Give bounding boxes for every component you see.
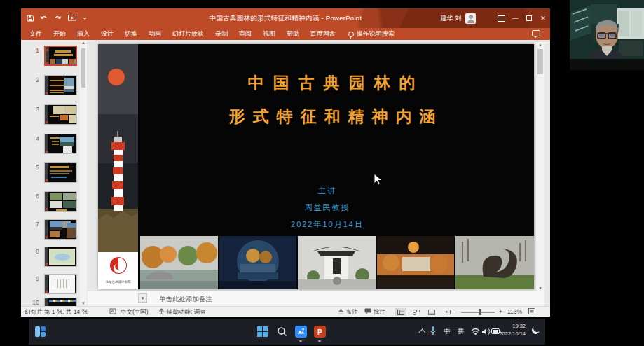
close-button[interactable]: ✕ [536,8,550,28]
thumbnail-slide-4[interactable]: 4 [21,134,88,155]
tab-help[interactable]: 帮助 [281,28,305,40]
comments-toggle-button[interactable]: 批注 [374,308,385,317]
accessibility-icon[interactable] [158,308,165,316]
photo-autumn-garden [140,236,218,289]
thumbnail-slide-6[interactable]: 6 [21,191,88,212]
search-icon[interactable] [274,324,289,339]
scroll-down-icon[interactable]: ▼ [536,286,544,289]
clock[interactable]: 19:32 2022/10/14 [499,323,526,338]
thumbnail-slide-7[interactable]: 7 [21,219,88,240]
normal-view-button[interactable] [395,308,406,316]
reading-view-button[interactable] [426,308,437,316]
comments-icon[interactable] [532,30,540,36]
school-logo-text: 北海艺术设计学院 [100,279,136,283]
ime-pinyin-indicator[interactable]: 拼 [453,324,469,339]
slide-title-line2[interactable]: 形式特征和精神内涵 [138,106,534,127]
spellcheck-icon[interactable] [109,308,116,316]
comments-toggle-icon [364,308,371,315]
start-button[interactable] [254,324,270,339]
thumbnail-slide-9[interactable]: 9 [21,274,88,295]
powerpoint-window: 中国古典园林的形式特征和精神内涵 - PowerPoint 建华 刘 — ✕ 文… [21,8,550,317]
zoom-slider-track[interactable] [461,312,495,313]
tab-insert[interactable]: 插入 [71,28,95,40]
maximize-button[interactable] [522,8,536,28]
zoom-slider-thumb[interactable] [479,309,481,315]
thumbnail-slide-8[interactable]: 8 [21,247,88,268]
slide-counter[interactable]: 幻灯片 第 1 张, 共 14 张 [25,308,88,317]
tab-animations[interactable]: 动画 [143,28,167,40]
mouse-cursor [374,173,383,189]
notes-toggle-icon [338,308,344,315]
bottom-photo-strip [140,236,534,289]
slide-sorter-view-button[interactable] [411,308,422,316]
tab-transitions[interactable]: 切换 [119,28,143,40]
notes-placeholder[interactable]: 单击此处添加备注 [159,295,212,304]
left-photo-strip: 北海艺术设计学院 [98,44,138,289]
tab-view[interactable]: 视图 [257,28,281,40]
meeting-app-icon[interactable] [293,324,308,339]
scroll-thumb[interactable] [537,49,543,74]
microphone-icon[interactable] [425,324,441,339]
zoom-out-button[interactable]: − [454,308,458,315]
notes-pane[interactable]: ▾ 单击此处添加备注 [88,291,544,306]
user-name[interactable]: 建华 刘 [440,14,461,23]
tab-home[interactable]: 开始 [48,28,71,40]
lecture-date[interactable]: 2022年10月14日 [138,219,516,230]
language-status[interactable]: 中文(中国) [121,308,149,317]
taskbar: P 中 拼 19:32 2022/10/14 [29,319,545,345]
school-logo-box: 北海艺术设计学院 [98,252,138,289]
scroll-up-icon[interactable]: ▲ [80,41,87,45]
thumbnail-scrollbar[interactable]: ▲ ▼ [80,40,87,306]
powerpoint-app-icon[interactable]: P [312,324,327,339]
widgets-icon[interactable] [32,324,48,339]
slide-title-line1[interactable]: 中国古典园林的 [138,72,534,94]
minimize-button[interactable]: — [508,8,522,28]
tellme-search[interactable]: 操作说明搜索 [348,29,395,39]
scroll-thumb[interactable] [81,48,85,88]
slide-editor-area: 北海艺术设计学院 中国古典园林的 形式特征和精神内涵 主讲 周益民教授 2022… [88,40,536,291]
zoom-level[interactable]: 113% [507,308,522,315]
tab-review[interactable]: 审阅 [233,28,257,40]
participant-video [570,0,644,70]
tray-time: 19:32 [499,323,526,331]
slide-canvas[interactable]: 北海艺术设计学院 中国古典园林的 形式特征和精神内涵 主讲 周益民教授 2022… [98,44,534,289]
speaker-label[interactable]: 主讲 [138,186,516,196]
titlebar: 中国古典园林的形式特征和精神内涵 - PowerPoint 建华 刘 — ✕ [21,8,550,28]
thumbnail-slide-3[interactable]: 3 [21,104,88,125]
tab-baidu-netdisk[interactable]: 百度网盘 [305,28,341,40]
tray-date: 2022/10/14 [499,331,526,338]
vertical-scrollbar[interactable]: ▲ ▼ ▲▬ ▼ [536,42,544,305]
ribbon-display-options-button[interactable] [494,8,508,28]
tab-slideshow[interactable]: 幻灯片放映 [167,28,210,40]
ribbon-tab-row: 文件 开始 插入 设计 切换 动画 幻灯片放映 录制 审阅 视图 帮助 百度网盘… [21,28,550,40]
thumbnail-slide-10[interactable]: 10 [21,298,88,306]
tab-record[interactable]: 录制 [210,28,233,40]
user-avatar[interactable] [465,13,476,24]
slide-thumbnail-panel: 1 2 3 4 5 6 [21,40,88,306]
photo-corridor-autumn [377,236,455,289]
webcam-view[interactable] [570,0,644,70]
svg-text:P: P [317,328,322,335]
photo-moon-gate [219,236,297,289]
tab-design[interactable]: 设计 [95,28,119,40]
accessibility-status[interactable]: 辅助功能: 调查 [167,308,206,317]
status-bar: 幻灯片 第 1 张, 共 14 张 中文(中国) 辅助功能: 调查 备注 批注 … [21,306,550,317]
notes-collapse-button[interactable]: ▾ [138,293,147,303]
speaker-name[interactable]: 周益民教授 [138,202,516,213]
do-not-disturb-moon-icon[interactable] [530,325,540,335]
thumbnail-slide-5[interactable]: 5 [21,162,88,184]
scroll-down-icon[interactable]: ▼ [80,301,87,305]
scroll-up-icon[interactable]: ▲ [536,43,544,47]
desktop: 中国古典园林的形式特征和精神内涵 - PowerPoint 建华 刘 — ✕ 文… [0,0,644,346]
fit-slide-to-window-button[interactable] [528,308,535,315]
thumbnail-slide-2[interactable]: 2 [21,75,88,96]
slideshow-view-button[interactable] [441,308,453,316]
notes-toggle-button[interactable]: 备注 [346,308,358,317]
photo-pavilion [298,236,376,289]
zoom-in-button[interactable]: + [499,308,502,315]
ime-mode-indicator[interactable]: 中 [439,324,455,339]
school-logo-swirl-icon [108,255,129,276]
thumbnail-slide-1[interactable]: 1 [21,46,88,67]
tab-file[interactable]: 文件 [24,28,48,40]
search-icon [348,32,354,37]
